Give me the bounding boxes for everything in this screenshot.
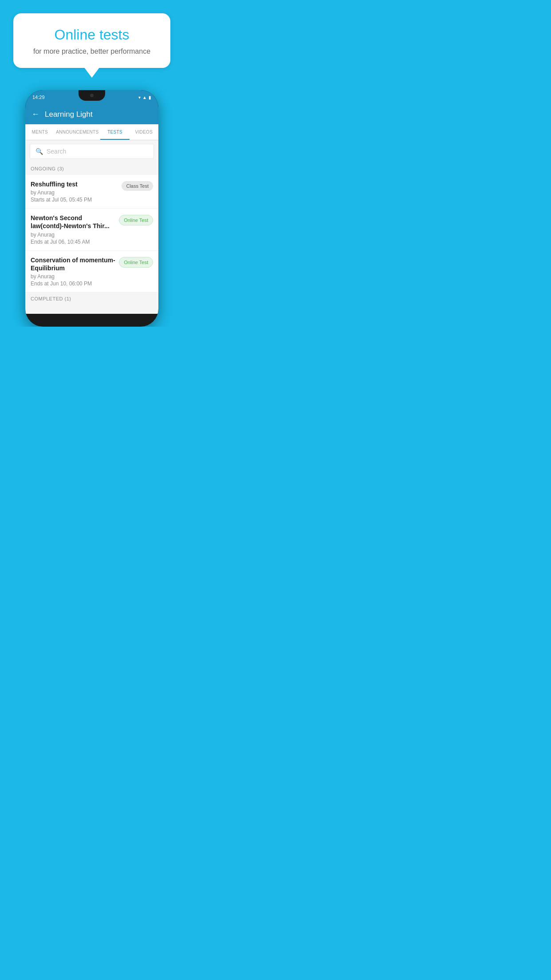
completed-section-header: COMPLETED (1) bbox=[25, 292, 158, 305]
battery-icon: ▮ bbox=[149, 95, 151, 100]
search-box[interactable]: 🔍 Search bbox=[30, 144, 154, 159]
test-info-1: Reshuffling test by Anurag Starts at Jul… bbox=[31, 180, 118, 203]
app-title: Learning Light bbox=[45, 110, 93, 119]
search-container: 🔍 Search bbox=[25, 140, 158, 162]
phone-mockup: 14:29 ▾ ▲ ▮ ← Learning Light MENTS ANNOU… bbox=[25, 90, 158, 327]
tab-ments[interactable]: MENTS bbox=[25, 124, 54, 140]
phone-notch bbox=[79, 90, 105, 101]
test-time-1: Starts at Jul 05, 05:45 PM bbox=[31, 197, 118, 203]
signal-icon: ▲ bbox=[142, 95, 147, 100]
test-by-3: by Anurag bbox=[31, 273, 115, 280]
test-info-3: Conservation of momentum-Equilibrium by … bbox=[31, 256, 115, 287]
test-item-1[interactable]: Reshuffling test by Anurag Starts at Jul… bbox=[25, 175, 158, 209]
test-name-3: Conservation of momentum-Equilibrium bbox=[31, 256, 115, 272]
test-badge-2: Online Test bbox=[119, 215, 153, 225]
test-by-2: by Anurag bbox=[31, 232, 115, 238]
tab-videos[interactable]: VIDEOS bbox=[130, 124, 158, 140]
test-time-2: Ends at Jul 06, 10:45 AM bbox=[31, 239, 115, 245]
status-icons: ▾ ▲ ▮ bbox=[138, 95, 151, 100]
app-bar: ← Learning Light bbox=[25, 104, 158, 124]
test-name-2: Newton's Second law(contd)-Newton's Thir… bbox=[31, 214, 115, 230]
test-info-2: Newton's Second law(contd)-Newton's Thir… bbox=[31, 214, 115, 245]
search-placeholder: Search bbox=[47, 148, 66, 155]
phone-bottom bbox=[25, 305, 158, 314]
test-by-1: by Anurag bbox=[31, 190, 118, 196]
test-badge-3: Online Test bbox=[119, 257, 153, 268]
bubble-subtitle: for more practice, better performance bbox=[24, 47, 160, 55]
camera-dot bbox=[90, 94, 94, 97]
tab-announcements[interactable]: ANNOUNCEMENTS bbox=[54, 124, 100, 140]
ongoing-section-header: ONGOING (3) bbox=[25, 162, 158, 175]
test-time-3: Ends at Jun 10, 06:00 PM bbox=[31, 281, 115, 287]
wifi-icon: ▾ bbox=[138, 95, 141, 100]
test-item-2[interactable]: Newton's Second law(contd)-Newton's Thir… bbox=[25, 209, 158, 250]
phone-wrapper: 14:29 ▾ ▲ ▮ ← Learning Light MENTS ANNOU… bbox=[0, 90, 184, 327]
speech-bubble: Online tests for more practice, better p… bbox=[13, 13, 170, 68]
speech-bubble-container: Online tests for more practice, better p… bbox=[0, 0, 184, 90]
test-item-3[interactable]: Conservation of momentum-Equilibrium by … bbox=[25, 251, 158, 292]
test-name-1: Reshuffling test bbox=[31, 180, 118, 188]
tabs-bar: MENTS ANNOUNCEMENTS TESTS VIDEOS bbox=[25, 124, 158, 140]
back-button[interactable]: ← bbox=[31, 110, 39, 119]
bubble-title: Online tests bbox=[24, 27, 160, 43]
test-badge-1: Class Test bbox=[122, 181, 153, 191]
search-icon: 🔍 bbox=[35, 148, 43, 155]
status-bar: 14:29 ▾ ▲ ▮ bbox=[25, 90, 158, 104]
status-time: 14:29 bbox=[32, 95, 45, 100]
tab-tests[interactable]: TESTS bbox=[100, 124, 129, 140]
